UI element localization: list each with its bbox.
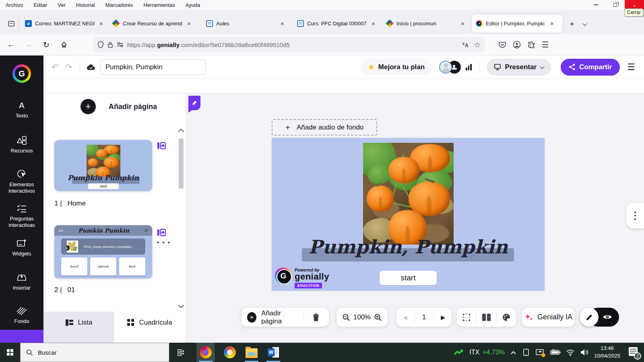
document-title-input[interactable] (100, 60, 206, 75)
clock[interactable]: 13:46 10/04/2025 (594, 345, 620, 360)
wifi-icon[interactable] (566, 349, 575, 356)
sidebar-item-widgets[interactable]: Widgets (0, 239, 43, 257)
task-view-button[interactable] (172, 343, 191, 362)
volume-icon[interactable] (580, 349, 589, 356)
interactivity-branch-icon[interactable] (156, 140, 167, 151)
back-button[interactable]: ← (4, 38, 18, 51)
tab-close-icon[interactable]: × (187, 20, 191, 27)
selection-frame-button[interactable] (462, 308, 471, 327)
url-text[interactable]: https://app.genially.com/editor/5e0796b2… (127, 41, 458, 48)
sidebar-item-recursos[interactable]: Recursos (0, 135, 43, 154)
menu-archivo[interactable]: Archivo (6, 2, 23, 8)
delete-page-button[interactable] (309, 308, 323, 327)
scrollbar-thumb[interactable] (179, 138, 184, 189)
zoom-level[interactable]: 100% (353, 313, 371, 321)
page-2-label[interactable]: 2 | 01 (54, 286, 75, 294)
layout-panels-button[interactable]: ‹› (482, 308, 491, 327)
page-thumbnail-2[interactable]: 1/3 Pumkin Pumkin ↺ First, Jamie planted… (54, 225, 152, 278)
tab-cuadricula[interactable]: Cuadrícula (114, 312, 185, 343)
bookmark-star-icon[interactable]: ☆ (474, 40, 481, 49)
firefox-taskbar-icon[interactable] (196, 343, 215, 362)
tab-lista[interactable]: Lista (43, 312, 114, 343)
add-page-button[interactable]: + Añadir página (247, 308, 299, 327)
menu-historial[interactable]: Historial (76, 2, 95, 8)
reload-button[interactable]: ↻ (39, 38, 53, 51)
lock-icon[interactable] (107, 41, 113, 48)
redo-button[interactable]: ↷ (62, 62, 76, 72)
pin-panel-button[interactable] (188, 96, 200, 110)
interactivity-branch-icon[interactable] (156, 227, 167, 238)
shield-icon[interactable] (97, 41, 104, 48)
start-button[interactable] (0, 343, 20, 362)
page-options-icon[interactable]: • • • (157, 239, 171, 246)
notification-center-icon[interactable]: 2 (628, 346, 640, 358)
avatar[interactable] (439, 61, 452, 74)
home-button[interactable] (57, 38, 71, 51)
pages-scrollbar[interactable] (178, 128, 184, 309)
genially-logo[interactable] (12, 64, 31, 83)
tray-expand-icon[interactable] (511, 351, 516, 356)
share-button[interactable]: Compartir (561, 59, 620, 76)
previous-page-button[interactable]: ◀ (403, 314, 407, 321)
add-page-button[interactable]: + Añadir página (43, 99, 185, 114)
sidebar-item-texto[interactable]: A Texto (0, 101, 43, 119)
editor-menu-icon[interactable]: ☰ (627, 62, 635, 72)
screen-share-icon[interactable] (535, 348, 544, 356)
tab-editor-active[interactable]: Editor | Pumpkin, Pumpki × (472, 14, 563, 33)
tab-close-icon[interactable]: × (461, 20, 464, 27)
page-thumbnail-1[interactable]: Pumpkin Pumpkin start (54, 140, 152, 191)
word-taskbar-icon[interactable]: W (264, 343, 283, 362)
theme-palette-button[interactable] (502, 308, 511, 327)
menu-ayuda[interactable]: Ayuda (185, 2, 200, 8)
scroll-up-icon[interactable] (178, 129, 184, 134)
pumpkin-photo[interactable] (363, 143, 454, 245)
edit-pencil-button[interactable] (580, 308, 599, 327)
app-menu-icon[interactable]: ☰ (542, 40, 549, 49)
zoom-out-button[interactable] (342, 308, 350, 327)
design-canvas[interactable]: Pumpkin, Pumpkin start Powered by genial… (272, 138, 545, 291)
menu-herramientas[interactable]: Herramientas (143, 2, 175, 8)
permissions-icon[interactable] (117, 42, 124, 47)
tab-close-icon[interactable]: × (372, 20, 375, 27)
sidebar-item-elementos-interactivos[interactable]: Elementos interactivos (0, 169, 43, 194)
tab-crear-recurso[interactable]: Crear Recurso de aprendi × (109, 14, 202, 33)
browser-ring-taskbar-icon[interactable] (221, 343, 239, 362)
present-button[interactable]: Presentar (487, 59, 551, 76)
tab-correo[interactable]: o Correo: MARTINEZ NEGRE × (21, 14, 109, 33)
tab-aules[interactable]: Aules × (202, 14, 293, 33)
address-bar[interactable]: https://app.genially.com/editor/5e0796b2… (93, 37, 485, 52)
scroll-down-icon[interactable] (178, 302, 184, 308)
sidebar-item-insertar[interactable]: Insertar (0, 273, 43, 291)
page-1-label[interactable]: 1 | Home (54, 200, 86, 208)
file-explorer-taskbar-icon[interactable] (242, 343, 261, 362)
eye-icon[interactable] (602, 313, 613, 321)
tab-curs[interactable]: Curs: PFC Digital 0300071 × (293, 14, 382, 33)
tab-procomun[interactable]: Inicio | procomun × (382, 14, 472, 33)
tab-close-icon[interactable]: × (99, 20, 103, 27)
menu-marcadores[interactable]: Marcadores (105, 2, 133, 8)
extensions-puzzle-icon[interactable] (527, 41, 535, 49)
start-button[interactable]: start (380, 271, 437, 285)
genially-ia-button[interactable]: Genially IA (522, 308, 575, 327)
sidebar-item-fondo[interactable]: Fondo (0, 306, 43, 325)
pocket-icon[interactable] (498, 41, 506, 48)
minimize-button[interactable] (586, 0, 605, 10)
tab-close-icon[interactable]: × (281, 20, 284, 27)
tablet-mode-icon[interactable] (522, 348, 530, 356)
restore-button[interactable] (605, 0, 625, 10)
tab-close-icon[interactable]: × (550, 20, 554, 27)
stock-ticker[interactable]: ITX +4,73% (469, 349, 505, 356)
account-icon[interactable] (513, 41, 521, 49)
canvas-title[interactable]: Pumpkin, Pumpkin (272, 236, 545, 258)
sidebar-item-preguntas-interactivas[interactable]: Preguntas interactivas (0, 204, 43, 228)
analytics-icon[interactable] (466, 64, 472, 70)
forward-button[interactable]: → (22, 38, 35, 51)
zoom-in-button[interactable] (374, 308, 382, 327)
menu-ver[interactable]: Ver (58, 2, 66, 8)
new-tab-button[interactable]: + (566, 18, 578, 30)
menu-editar[interactable]: Editar (33, 2, 47, 8)
taskbar-search[interactable]: Buscar (20, 343, 169, 362)
battery-icon[interactable] (549, 349, 561, 356)
undo-button[interactable]: ↶ (48, 62, 62, 72)
next-page-button[interactable]: ▶ (441, 314, 445, 321)
